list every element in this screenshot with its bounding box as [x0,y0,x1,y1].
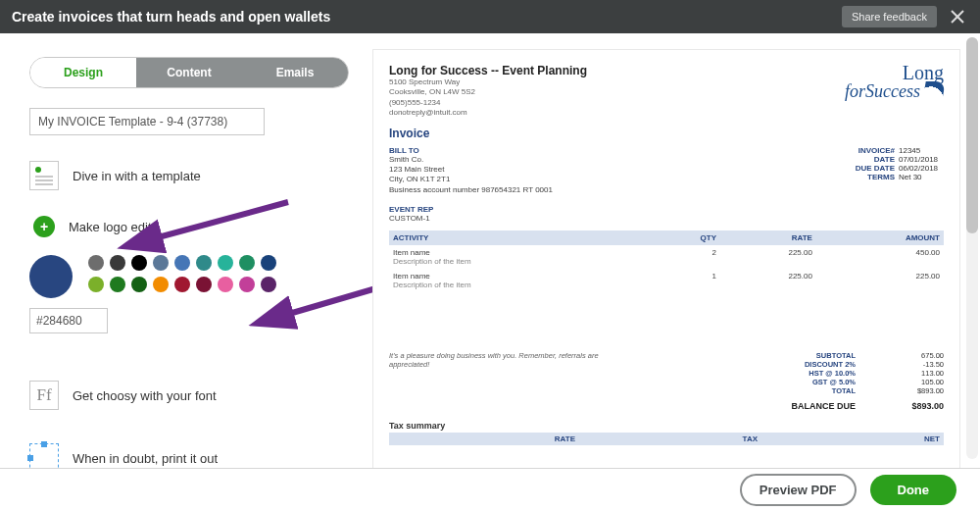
item-amount: 225.00 [816,269,944,292]
item-rate: 225.00 [720,269,816,292]
thank-you-note: It's a pleasure doing business with you.… [389,351,624,411]
invoice-meta: INVOICE#12345 DATE07/01/2018 DUE DATE06/… [838,146,944,196]
tax-summary-title: Tax summary [389,421,944,431]
done-button[interactable]: Done [870,475,957,505]
color-swatch[interactable] [239,255,255,271]
color-swatch[interactable] [110,255,125,271]
preview-pdf-button[interactable]: Preview PDF [740,474,857,506]
meta-k: DUE DATE [838,164,895,173]
item-name: Item name [393,272,644,281]
section-template[interactable]: Dive in with a template [29,161,337,190]
color-swatch[interactable] [131,277,147,292]
totals-v: 113.00 [885,369,944,378]
eventrep-value: CUSTOM-1 [389,214,944,223]
section-template-label: Dive in with a template [73,169,201,183]
color-swatch[interactable] [88,277,104,292]
balance-due-label: BALANCE DUE [767,395,856,411]
item-qty: 2 [648,245,720,269]
meta-v: 12345 [895,146,944,155]
color-swatch[interactable] [153,255,169,271]
bill-name: Smith Co. [389,155,553,165]
company-addr1: 5100 Spectrum Way [389,77,587,87]
color-swatch[interactable] [218,255,233,271]
meta-v: 07/01/2018 [895,155,944,164]
color-swatch[interactable] [110,277,125,292]
color-swatch[interactable] [239,277,255,292]
totals-v: 675.00 [885,351,944,360]
preview-pane: Long for Success -- Event Planning 5100 … [363,33,980,468]
color-hex-input[interactable] [29,308,108,333]
font-icon: Ff [29,381,59,410]
color-swatch[interactable] [196,255,212,271]
item-desc: Description of the item [393,281,644,289]
totals-k: SUBTOTAL [767,351,856,360]
template-name-input[interactable] [29,108,265,135]
bill-account: Business account number 987654321 RT 000… [389,185,553,195]
tabs: Design Content Emails [29,57,349,88]
color-swatch[interactable] [174,277,190,292]
table-row: Item nameDescription of the item1225.002… [389,269,944,292]
bill-street: 123 Main Street [389,165,553,175]
table-row: Item nameDescription of the item2225.004… [389,245,944,269]
col-qty: QTY [648,230,720,245]
meta-k: TERMS [838,173,895,181]
section-font-label: Get choosy with your font [73,388,217,403]
section-print-label: When in doubt, print it out [73,451,218,466]
scrollbar-thumb[interactable] [966,37,978,233]
totals-v: $893.00 [885,386,944,395]
totals: SUBTOTAL675.00 DISCOUNT 2%-13.50 HST @ 1… [767,351,944,411]
totals-v: 105.00 [885,378,944,386]
color-swatch[interactable] [88,255,104,271]
logo-text-bottom: Success [865,81,920,101]
footer-bar: Preview PDF Done [0,468,980,511]
item-rate: 225.00 [720,245,816,269]
line-items-table: ACTIVITY QTY RATE AMOUNT Item nameDescri… [389,230,944,292]
company-logo: Long forSuccess [845,64,944,119]
item-name: Item name [393,248,644,257]
meta-k: INVOICE# [838,146,895,155]
eventrep-label: EVENT REP [389,205,944,214]
close-icon[interactable] [947,6,968,27]
color-swatch[interactable] [218,277,233,292]
svg-line-2 [151,202,288,239]
totals-k: DISCOUNT 2% [767,360,856,369]
item-qty: 1 [648,269,720,292]
section-font[interactable]: Ff Get choosy with your font [29,381,337,410]
meta-v: Net 30 [895,173,944,181]
meta-v: 06/02/2018 [895,164,944,173]
tab-content[interactable]: Content [136,58,242,87]
totals-v: -13.50 [885,360,944,369]
billto-label: BILL TO [389,146,553,155]
item-desc: Description of the item [393,257,644,266]
totals-k: HST @ 10.0% [767,369,856,378]
color-swatch[interactable] [261,255,276,271]
annotation-arrow-1 [141,196,298,254]
col-activity: ACTIVITY [389,230,648,245]
plus-icon: + [33,216,55,237]
tax-summary-header: RATE TAX NET [389,433,944,445]
color-swatch[interactable] [174,255,190,271]
totals-k: TOTAL [767,386,856,395]
template-icon [29,161,59,190]
bill-city: City, ON K1T 2T1 [389,175,553,184]
document-title: Invoice [389,127,944,140]
balance-due-value: $893.00 [885,395,944,411]
taxcol-net: NET [758,434,940,443]
company-email: donotreply@intuit.com [389,108,587,118]
color-swatch[interactable] [131,255,147,271]
tab-emails[interactable]: Emails [242,58,348,87]
taxcol-tax: TAX [575,434,758,443]
selected-color-swatch[interactable] [29,255,73,298]
logo-text-for: for [845,81,865,101]
color-swatch[interactable] [196,277,212,292]
company-name: Long for Success -- Event Planning [389,64,587,77]
tab-design[interactable]: Design [30,58,136,87]
color-grid [88,255,276,292]
title-bar: Create invoices that turn heads and open… [0,0,980,33]
share-feedback-button[interactable]: Share feedback [842,6,937,27]
taxcol-rate: RATE [393,434,575,443]
col-amount: AMOUNT [816,230,944,245]
color-swatch[interactable] [153,277,169,292]
item-amount: 450.00 [816,245,944,269]
design-panel: Design Content Emails Dive in with a tem… [0,33,363,468]
